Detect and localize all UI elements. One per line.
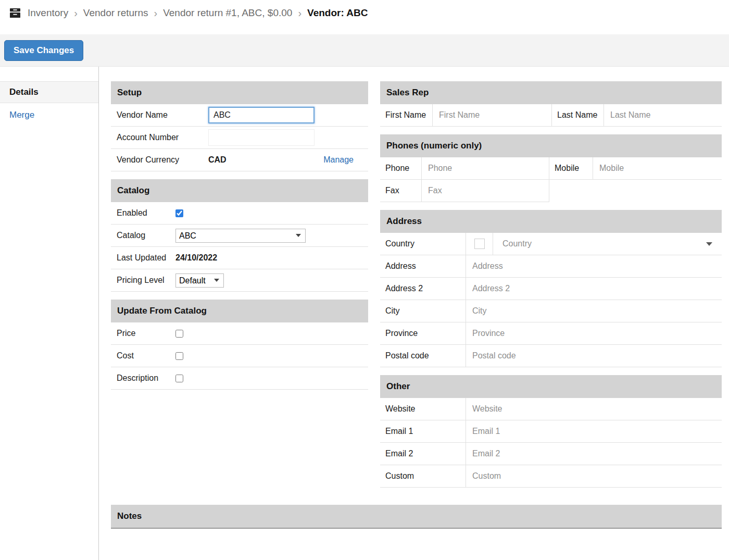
first-name-label: First Name [380,104,433,127]
catalog-select-row: Catalog ABC [111,225,368,247]
account-number-input[interactable] [208,129,315,146]
city-input[interactable] [466,300,722,322]
chevron-separator-icon: › [297,7,303,19]
description-checkbox[interactable] [175,375,183,382]
postal-code-input[interactable] [466,345,722,367]
cost-label: Cost [117,351,175,360]
phones-empty-cell [593,180,722,202]
notes-header: Notes [111,505,722,528]
phones-empty-cell [549,180,593,202]
email2-label: Email 2 [380,443,466,465]
vendor-name-label: Vendor Name [117,110,208,120]
update-from-catalog-panel: Update From Catalog Price Cost Descripti… [111,300,368,390]
chevron-separator-icon: › [73,7,79,19]
last-updated-value: 24/10/2022 [175,253,217,263]
country-label: Country [380,233,466,255]
breadcrumb-item-current-vendor: Vendor: ABC [307,7,368,19]
update-cost-row: Cost [111,345,368,367]
breadcrumb: Inventory › Vendor returns › Vendor retu… [0,0,729,26]
main-content: Setup Vendor Name Account Number Vendor … [99,67,729,560]
notes-panel: Notes [111,505,722,560]
last-name-input[interactable] [604,104,722,126]
vendor-name-input[interactable] [208,107,315,123]
catalog-enabled-row: Enabled [111,202,368,225]
enabled-checkbox[interactable] [175,209,183,217]
breadcrumb-item-vendor-returns[interactable]: Vendor returns [83,7,148,19]
catalog-header: Catalog [111,179,368,202]
other-header: Other [380,375,722,398]
enabled-label: Enabled [117,208,175,218]
breadcrumb-item-inventory[interactable]: Inventory [28,7,68,19]
update-price-row: Price [111,322,368,345]
sidebar-item-merge[interactable]: Merge [0,105,98,126]
inventory-drawer-icon[interactable] [9,8,21,18]
province-label: Province [380,322,466,345]
last-name-label: Last Name [552,104,604,127]
first-name-input[interactable] [433,104,551,126]
vendor-name-row: Vendor Name [111,104,368,127]
description-label: Description [117,374,175,383]
mobile-input[interactable] [593,157,722,179]
country-flag-placeholder [474,239,485,249]
email1-input[interactable] [466,420,722,442]
account-number-row: Account Number [111,127,368,149]
catalog-label: Catalog [117,231,175,240]
custom-input[interactable] [466,465,722,487]
toolbar: Save Changes [0,34,729,67]
address-label: Address [380,255,466,278]
website-label: Website [380,398,466,420]
country-flag-cell [466,233,493,255]
fax-input[interactable] [422,180,549,202]
vendor-currency-label: Vendor Currency [117,155,208,165]
price-checkbox[interactable] [175,330,183,338]
address-panel: Address Country Country Addre [380,210,722,367]
save-changes-button[interactable]: Save Changes [4,40,83,61]
sales-rep-panel: Sales Rep First Name Last Name [380,81,722,127]
sales-rep-header: Sales Rep [380,81,722,104]
price-label: Price [117,329,175,338]
city-label: City [380,300,466,322]
province-input[interactable] [466,322,722,344]
chevron-separator-icon: › [153,7,158,19]
address2-input[interactable] [466,278,722,300]
address-input[interactable] [466,255,722,277]
update-description-row: Description [111,367,368,390]
phones-panel: Phones (numeric only) Phone Mobile Fax [380,134,722,202]
setup-header: Setup [111,81,368,104]
email2-input[interactable] [466,443,722,465]
mobile-label: Mobile [549,157,593,180]
postal-code-label: Postal code [380,345,466,367]
pricing-level-row: Pricing Level Default [111,269,368,292]
email1-label: Email 1 [380,420,466,443]
vendor-currency-value: CAD [208,155,227,165]
phone-label: Phone [380,157,422,180]
custom-label: Custom [380,465,466,488]
last-updated-row: Last Updated 24/10/2022 [111,247,368,269]
sidebar: Details Merge [0,67,99,560]
sidebar-item-details[interactable]: Details [0,81,98,103]
account-number-label: Account Number [117,133,208,142]
country-placeholder: Country [502,239,532,248]
country-select[interactable]: Country [493,233,722,255]
pricing-level-label: Pricing Level [117,276,175,285]
setup-panel: Setup Vendor Name Account Number Vendor … [111,81,368,171]
catalog-panel: Catalog Enabled Catalog ABC [111,179,368,292]
address-header: Address [380,210,722,233]
last-updated-label: Last Updated [117,253,175,263]
phones-header: Phones (numeric only) [380,134,722,157]
update-from-catalog-header: Update From Catalog [111,300,368,322]
manage-currency-link[interactable]: Manage [323,155,354,165]
catalog-select[interactable]: ABC [176,229,305,242]
notes-textarea[interactable] [111,528,722,560]
breadcrumb-item-vendor-return-1[interactable]: Vendor return #1, ABC, $0.00 [163,7,292,19]
phone-input[interactable] [422,157,549,179]
fax-label: Fax [380,180,422,202]
website-input[interactable] [466,398,722,420]
vendor-currency-row: Vendor Currency CAD Manage [111,149,368,171]
other-panel: Other Website Email 1 Email 2 Custom [380,375,722,488]
chevron-down-icon [706,242,712,246]
address2-label: Address 2 [380,278,466,300]
country-field: Country [466,233,722,255]
pricing-level-select[interactable]: Default [176,274,223,287]
cost-checkbox[interactable] [175,352,183,360]
